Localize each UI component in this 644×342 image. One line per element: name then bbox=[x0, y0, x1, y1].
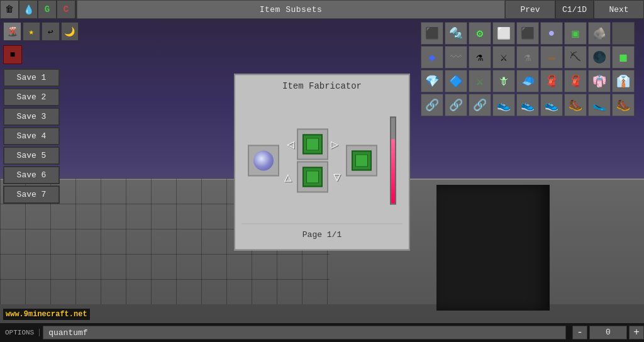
item-cell[interactable]: ▬ bbox=[540, 46, 563, 69]
item-cell[interactable]: 🪨 bbox=[588, 22, 611, 45]
item-cell[interactable]: 🧣 bbox=[540, 70, 563, 92]
item-cell[interactable]: 🧢 bbox=[516, 70, 539, 92]
sidebar-icon-star[interactable]: ★ bbox=[23, 22, 41, 41]
item-subsets-button[interactable]: Item Subsets bbox=[77, 0, 505, 19]
progress-bar-fill bbox=[391, 139, 395, 203]
page-indicator: C1/1D bbox=[555, 0, 594, 19]
item-cell[interactable]: ⚙ bbox=[469, 22, 491, 45]
sidebar-icons-row2: ■ bbox=[3, 45, 79, 64]
arrow-row-bottom: △ ▽ bbox=[284, 161, 341, 192]
item-cell[interactable]: 👔 bbox=[612, 70, 635, 92]
item-cell[interactable]: 🥾 bbox=[564, 94, 587, 116]
item-cell[interactable]: ⬛ bbox=[421, 22, 443, 45]
item-grid: ⬛ 🔩 ⚙ ⬜ ⬛ ● ▣ 🪨 ◆ 〰 ⚗ ⚔ ⚗ ▬ ⛏ 🌑 ▦ 💎 🔷 ⚔ … bbox=[418, 19, 644, 119]
item-cell[interactable]: 👟 bbox=[540, 94, 563, 116]
next-button[interactable]: Next bbox=[594, 0, 644, 19]
sidebar-icons-row: 🌋 ★ ↩ 🌙 bbox=[3, 22, 79, 41]
item-cell[interactable]: ▣ bbox=[564, 22, 587, 45]
item-fabricator-dialog: Item Fabricator ◁ ▷ △ bbox=[234, 74, 410, 250]
center-output-slot[interactable] bbox=[297, 161, 328, 192]
item-cell[interactable]: 〰 bbox=[445, 46, 467, 69]
green-icon[interactable]: G bbox=[38, 0, 57, 19]
arrow-left-top: ◁ bbox=[287, 136, 294, 152]
chat-input[interactable] bbox=[43, 326, 566, 339]
item-cell[interactable]: 🔩 bbox=[445, 22, 467, 45]
item-cell[interactable]: 🗡 bbox=[492, 70, 515, 92]
sidebar-icon-red[interactable]: ■ bbox=[3, 45, 22, 64]
dark-figure bbox=[436, 185, 550, 311]
options-button[interactable]: OPTIONS bbox=[0, 329, 40, 336]
dialog-content: ◁ ▷ △ ▽ bbox=[242, 104, 402, 217]
item-cell[interactable]: 🧣 bbox=[564, 70, 587, 92]
arrow-up: △ bbox=[284, 169, 292, 185]
drop-icon[interactable]: 💧 bbox=[19, 0, 38, 19]
arrow-right-top: ▷ bbox=[331, 136, 338, 152]
item-cell[interactable]: ⬜ bbox=[492, 22, 515, 45]
item-cell[interactable]: ⚗ bbox=[516, 46, 539, 69]
input-slot-2[interactable] bbox=[346, 145, 377, 176]
counter-value: 0 bbox=[589, 326, 627, 339]
item-cell[interactable]: 🔗 bbox=[469, 94, 491, 116]
nav-buttons: Prev C1/1D Next bbox=[505, 0, 644, 19]
plus-button[interactable]: + bbox=[629, 326, 644, 339]
chat-input-wrapper bbox=[43, 326, 566, 339]
item-cell[interactable] bbox=[612, 22, 635, 45]
save-4-button[interactable]: Save 4 bbox=[3, 127, 60, 145]
arrow-row-top: ◁ ▷ bbox=[287, 128, 338, 160]
sidebar-icon-curve[interactable]: ↩ bbox=[42, 22, 60, 41]
sidebar: 🌋 ★ ↩ 🌙 ■ Save 1 Save 2 Save 3 Save 4 Sa… bbox=[0, 19, 82, 207]
arrows-container: ◁ ▷ △ ▽ bbox=[284, 128, 341, 192]
item-cell[interactable]: ▦ bbox=[612, 46, 635, 69]
item-cell[interactable]: ● bbox=[540, 22, 563, 45]
item-cell[interactable]: 🥾 bbox=[612, 94, 635, 116]
item-cell[interactable]: ⛏ bbox=[564, 46, 587, 69]
crafting-area: ◁ ▷ △ ▽ bbox=[248, 128, 377, 192]
bottom-bar: OPTIONS - 0 + bbox=[0, 323, 644, 342]
chip-item-2 bbox=[303, 167, 323, 187]
dialog-title: Item Fabricator bbox=[242, 81, 402, 94]
watermark: www.9minecraft.net bbox=[3, 309, 90, 320]
progress-bar-container bbox=[390, 116, 396, 204]
output-slot[interactable] bbox=[297, 128, 328, 160]
save-3-button[interactable]: Save 3 bbox=[3, 108, 60, 126]
sidebar-icon-volcano[interactable]: 🌋 bbox=[3, 22, 21, 41]
dialog-footer: Page 1/1 bbox=[242, 223, 402, 243]
arrow-down: ▽ bbox=[333, 169, 341, 185]
item-cell[interactable]: ⬛ bbox=[516, 22, 539, 45]
item-cell[interactable]: ⚔ bbox=[469, 70, 491, 92]
item-cell[interactable]: 👘 bbox=[588, 70, 611, 92]
chip-item bbox=[303, 134, 323, 154]
item-cell[interactable]: ◆ bbox=[421, 46, 443, 69]
red-c-icon[interactable]: C bbox=[57, 0, 75, 19]
toolbar-icons: 🗑 💧 G C bbox=[0, 0, 77, 19]
prev-button[interactable]: Prev bbox=[505, 0, 555, 19]
sidebar-icon-moon[interactable]: 🌙 bbox=[61, 22, 79, 41]
item-cell[interactable]: ⚔ bbox=[492, 46, 515, 69]
chip-item-3 bbox=[352, 150, 372, 170]
item-cell[interactable]: ⚗ bbox=[469, 46, 491, 69]
save-6-button[interactable]: Save 6 bbox=[3, 166, 60, 184]
item-cell[interactable]: 🔗 bbox=[445, 94, 467, 116]
item-cell[interactable]: 💎 bbox=[421, 70, 443, 92]
item-cell[interactable]: 🥿 bbox=[588, 94, 611, 116]
item-cell[interactable]: 🔗 bbox=[421, 94, 443, 116]
pearl-item bbox=[253, 150, 274, 170]
item-cell[interactable]: 🔷 bbox=[445, 70, 467, 92]
item-grid-inner: ⬛ 🔩 ⚙ ⬜ ⬛ ● ▣ 🪨 ◆ 〰 ⚗ ⚔ ⚗ ▬ ⛏ 🌑 ▦ 💎 🔷 ⚔ … bbox=[421, 22, 641, 116]
save-5-button[interactable]: Save 5 bbox=[3, 146, 60, 165]
item-cell[interactable]: 🌑 bbox=[588, 46, 611, 69]
save-7-button[interactable]: Save 7 bbox=[3, 185, 60, 204]
input-slot[interactable] bbox=[248, 145, 279, 176]
save-2-button[interactable]: Save 2 bbox=[3, 88, 60, 106]
save-1-button[interactable]: Save 1 bbox=[3, 69, 60, 87]
item-cell[interactable]: 👟 bbox=[516, 94, 539, 116]
trash-icon[interactable]: 🗑 bbox=[0, 0, 19, 19]
minus-button[interactable]: - bbox=[572, 326, 587, 339]
item-cell[interactable]: 👟 bbox=[492, 94, 515, 116]
top-bar: 🗑 💧 G C Item Subsets Prev C1/1D Next bbox=[0, 0, 644, 19]
